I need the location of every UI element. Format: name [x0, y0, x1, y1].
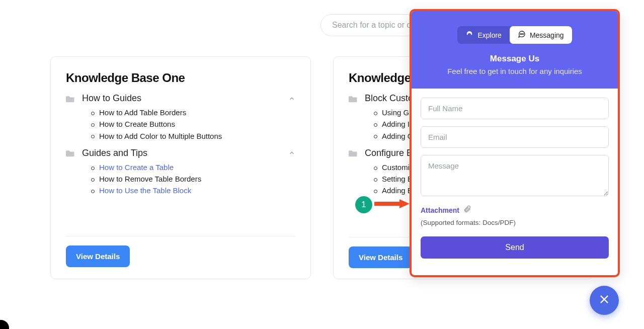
folder-icon: [349, 149, 358, 156]
messaging-icon: [518, 30, 526, 40]
chat-tab-switch: Explore Messaging: [457, 26, 572, 44]
paperclip-icon: [463, 205, 471, 215]
folder-icon: [349, 95, 358, 102]
view-details-button[interactable]: View Details: [66, 245, 130, 267]
section-title: How to Guides: [82, 93, 281, 104]
explore-icon: [465, 30, 473, 40]
kb-section-header[interactable]: How to Guides: [66, 93, 295, 104]
folder-icon: [66, 149, 75, 156]
chat-widget: Explore Messaging Message Us Feel free t…: [410, 9, 620, 277]
kb-item[interactable]: How to Remove Table Borders: [91, 173, 295, 185]
kb-item[interactable]: How to Create Buttons: [91, 118, 295, 130]
fullname-field[interactable]: [421, 98, 609, 119]
svg-point-0: [520, 34, 521, 34]
view-details-button[interactable]: View Details: [349, 246, 413, 268]
tab-explore[interactable]: Explore: [457, 26, 509, 44]
kb-card-one: Knowledge Base One How to Guides How to …: [50, 56, 311, 279]
tab-label: Explore: [477, 31, 501, 39]
attachment-note: (Supported formats: Docs/PDF): [421, 219, 609, 226]
chat-subtitle: Feel free to get in touch for any inquir…: [421, 67, 609, 75]
svg-point-1: [522, 34, 522, 34]
tab-label: Messaging: [530, 31, 564, 39]
annotation-callout: 1: [355, 196, 410, 213]
kb-item[interactable]: How to Add Color to Multiple Buttons: [91, 130, 295, 142]
send-button[interactable]: Send: [421, 236, 609, 259]
chevron-up-icon: [288, 149, 295, 156]
attachment-label: Attachment: [421, 206, 459, 214]
chat-title: Message Us: [421, 54, 609, 64]
kb-item-list: How to Create a Table How to Remove Tabl…: [91, 161, 295, 197]
divider: [66, 236, 295, 236]
arrow-right-icon: [372, 199, 410, 210]
folder-icon: [66, 95, 75, 102]
attachment-row[interactable]: Attachment: [421, 205, 609, 215]
kb-card-title: Knowledge Base One: [66, 71, 295, 85]
kb-section-header[interactable]: Guides and Tips: [66, 148, 295, 158]
tab-messaging[interactable]: Messaging: [510, 26, 572, 44]
step-badge: 1: [355, 196, 372, 213]
message-field[interactable]: [421, 155, 609, 196]
kb-item[interactable]: How to Create a Table: [91, 161, 295, 173]
corner-decoration: [0, 320, 9, 329]
svg-marker-6: [399, 199, 410, 208]
kb-item-list: How to Add Table Borders How to Create B…: [91, 107, 295, 142]
kb-item[interactable]: How to Use the Table Block: [91, 185, 295, 196]
chat-body: Attachment (Supported formats: Docs/PDF)…: [412, 89, 618, 268]
chevron-up-icon: [288, 95, 295, 102]
svg-point-2: [523, 34, 523, 34]
kb-item[interactable]: How to Add Table Borders: [91, 107, 295, 118]
close-chat-button[interactable]: [590, 286, 619, 315]
email-field[interactable]: [421, 126, 609, 148]
chat-header: Explore Messaging Message Us Feel free t…: [412, 11, 618, 89]
section-title: Guides and Tips: [82, 148, 281, 158]
close-icon: [599, 294, 610, 307]
